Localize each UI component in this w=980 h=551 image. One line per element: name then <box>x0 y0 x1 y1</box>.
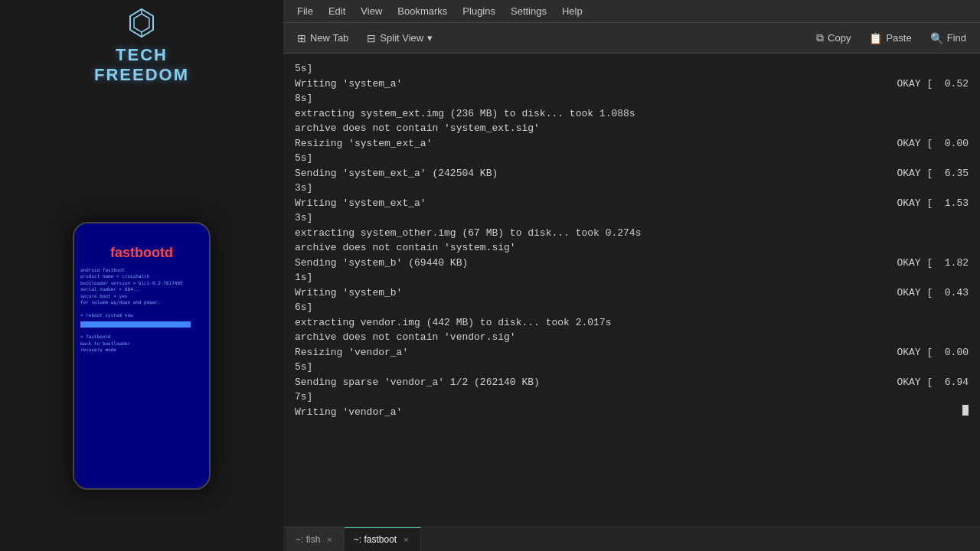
terminal-line-left: Sending sparse 'vendor_a' 1/2 (262140 KB… <box>295 375 815 390</box>
terminal-line-left: Sending 'system_ext_a' (242504 KB) <box>295 166 815 181</box>
tab-label: ~: fish <box>296 534 320 545</box>
brand-bottom: FREEDOM <box>94 65 189 84</box>
terminal-line-right: OKAY [ 1.53 <box>815 196 969 211</box>
menu-view[interactable]: View <box>353 2 390 20</box>
terminal-line: Writing 'system_b'OKAY [ 0.43 <box>295 285 969 301</box>
terminal-line-right: OKAY [ 0.52 <box>815 77 969 92</box>
tab----fastboot[interactable]: ~: fastboot× <box>345 527 421 551</box>
terminal-line: Sending 'system_b' (69440 KB)OKAY [ 1.82 <box>295 256 969 271</box>
menu-plugins[interactable]: Plugins <box>455 2 503 20</box>
terminal-line: Sending sparse 'vendor_a' 1/2 (262140 KB… <box>295 375 969 390</box>
phone-container: fastbootd android fastboot product name … <box>65 107 218 551</box>
terminal-line-right: OKAY [ 0.43 <box>815 285 969 301</box>
terminal-line: 6s] <box>295 300 969 315</box>
copy-label: Copy <box>828 32 851 44</box>
terminal-line: 3s] <box>295 181 969 196</box>
terminal-content[interactable]: 5s]Writing 'system_a'OKAY [ 0.528s]extra… <box>283 54 980 527</box>
terminal-line-right: OKAY [ 0.00 <box>815 136 969 152</box>
tab----fish[interactable]: ~: fish× <box>286 527 345 551</box>
terminal-line: 7s] <box>295 390 969 405</box>
terminal-line-left: Writing 'system_a' <box>295 77 815 92</box>
terminal-line: Resizing 'system_ext_a'OKAY [ 0.00 <box>295 136 969 152</box>
tab-label: ~: fastboot <box>354 534 397 545</box>
terminal-line-right: OKAY [ 6.35 <box>815 166 969 181</box>
terminal-line: Writing 'system_a'OKAY [ 0.52 <box>295 77 969 92</box>
terminal-line: 1s] <box>295 270 969 285</box>
terminal-line-left: Writing 'system_ext_a' <box>295 196 815 211</box>
tab-close-icon[interactable]: × <box>325 534 334 545</box>
svg-marker-1 <box>134 14 149 32</box>
phone-screen: fastbootd android fastboot product name … <box>74 223 209 488</box>
toolbar: ⊞ New Tab ⊟ Split View ▾ ⧉ Copy 📋 Paste … <box>283 23 980 54</box>
phone-highlight-bar <box>80 321 191 328</box>
split-view-button[interactable]: ⊟ Split View ▾ <box>359 29 440 47</box>
menu-help[interactable]: Help <box>554 2 590 20</box>
copy-icon: ⧉ <box>816 31 824 44</box>
copy-button[interactable]: ⧉ Copy <box>808 28 858 47</box>
new-tab-icon: ⊞ <box>297 32 306 44</box>
menu-bookmarks[interactable]: Bookmarks <box>390 2 455 20</box>
phone-extra-text: > fastbootd back to bootloader recovery … <box>80 334 203 353</box>
left-panel: TECH FREEDOM fastbootd android fastboot … <box>0 0 283 551</box>
split-view-chevron-icon: ▾ <box>427 32 433 44</box>
terminal-line: extracting system_ext.img (236 MB) to di… <box>295 106 969 122</box>
terminal-line: 3s] <box>295 210 969 226</box>
menu-edit[interactable]: Edit <box>321 2 353 20</box>
terminal-line-left: Sending 'system_b' (69440 KB) <box>295 256 815 271</box>
menu-settings[interactable]: Settings <box>503 2 554 20</box>
terminal-cursor <box>962 405 969 416</box>
phone-device: fastbootd android fastboot product name … <box>73 222 211 490</box>
brand-top: TECH <box>116 45 168 64</box>
terminal-line: Sending 'system_ext_a' (242504 KB)OKAY [… <box>295 166 969 181</box>
tab-close-icon[interactable]: × <box>401 534 410 545</box>
new-tab-label: New Tab <box>310 32 348 44</box>
right-panel: File Edit View Bookmarks Plugins Setting… <box>283 0 980 551</box>
split-view-label: Split View <box>380 32 423 44</box>
terminal-line-right: OKAY [ 0.00 <box>815 345 969 360</box>
terminal-line-right: OKAY [ 1.82 <box>815 256 969 271</box>
terminal-line: archive does not contain 'system.sig' <box>295 240 969 256</box>
terminal-line: Writing 'vendor_a' <box>295 405 969 420</box>
terminal-line-right: OKAY [ 6.94 <box>815 375 969 390</box>
phone-info-text: android fastboot product name > crosshat… <box>80 267 203 318</box>
menu-bar: File Edit View Bookmarks Plugins Setting… <box>283 0 980 23</box>
find-label: Find <box>947 32 966 44</box>
menu-file[interactable]: File <box>289 2 321 20</box>
terminal-line-left: Resizing 'system_ext_a' <box>295 136 815 152</box>
paste-button[interactable]: 📋 Paste <box>861 29 919 47</box>
brand-logo: TECH FREEDOM <box>94 8 189 85</box>
terminal-line: 8s] <box>295 91 969 106</box>
brand-text: TECH FREEDOM <box>94 45 189 85</box>
terminal-line-left: Writing 'system_b' <box>295 285 815 301</box>
find-icon: 🔍 <box>930 32 943 44</box>
brand-icon <box>126 8 157 38</box>
tab-bar: ~: fish×~: fastboot× <box>283 527 980 551</box>
fastbootd-label: fastbootd <box>80 245 203 261</box>
terminal-line: 5s] <box>295 151 969 166</box>
terminal-line: Resizing 'vendor_a'OKAY [ 0.00 <box>295 345 969 360</box>
split-view-icon: ⊟ <box>367 32 376 44</box>
paste-icon: 📋 <box>869 32 882 44</box>
terminal-line: archive does not contain 'system_ext.sig… <box>295 121 969 136</box>
paste-label: Paste <box>886 32 911 44</box>
terminal-line: Writing 'system_ext_a'OKAY [ 1.53 <box>295 196 969 211</box>
terminal-line: extracting system_other.img (67 MB) to d… <box>295 226 969 241</box>
new-tab-button[interactable]: ⊞ New Tab <box>289 29 356 47</box>
find-button[interactable]: 🔍 Find <box>923 29 974 47</box>
terminal-line: archive does not contain 'vendor.sig' <box>295 330 969 345</box>
terminal-line-left: Resizing 'vendor_a' <box>295 345 815 360</box>
terminal-line: extracting vendor.img (442 MB) to disk..… <box>295 315 969 331</box>
terminal-line: 5s] <box>295 360 969 375</box>
terminal-line: 5s] <box>295 61 969 77</box>
terminal-line-left: Writing 'vendor_a' <box>295 405 962 420</box>
